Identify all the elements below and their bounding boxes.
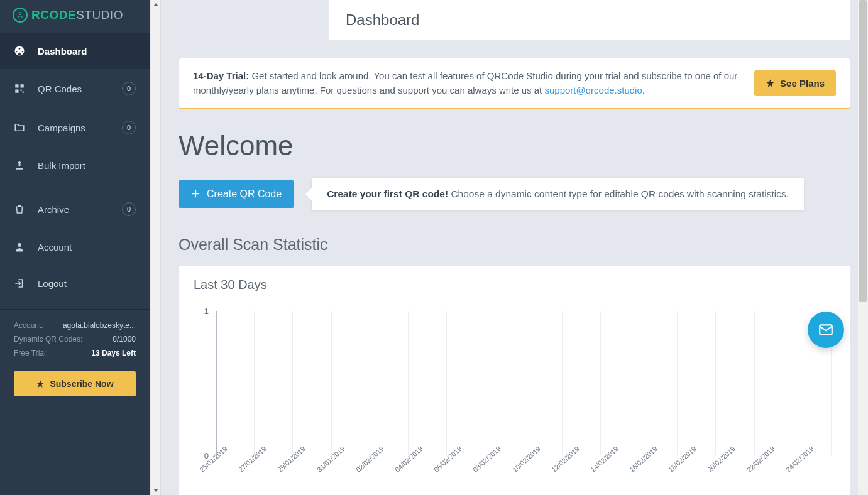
- trash-icon: [14, 204, 25, 215]
- create-qr-button[interactable]: Create QR Code: [179, 180, 294, 208]
- sidebar-footer: Account:agota.bialobzeskyte... Dynamic Q…: [0, 309, 150, 360]
- plus-icon: [191, 189, 201, 199]
- count-badge: 0: [122, 202, 136, 216]
- sidebar-item-label: Bulk Import: [38, 160, 85, 171]
- dynqr-label: Dynamic QR Codes:: [14, 335, 82, 344]
- logo[interactable]: RCODESTUDIO: [0, 0, 150, 33]
- sidebar-item-label: QR Codes: [38, 84, 82, 94]
- dynqr-value: 0/1000: [113, 335, 136, 344]
- sidebar-item-label: Archive: [38, 204, 69, 215]
- user-icon: [14, 241, 25, 253]
- scroll-up-icon[interactable]: [151, 0, 160, 10]
- content-scrollbar[interactable]: [151, 0, 161, 495]
- sidebar-item-bulkimport[interactable]: Bulk Import: [0, 147, 150, 183]
- trial-banner-text: 14-Day Trial: Get started and look aroun…: [193, 68, 742, 98]
- qr-icon: [14, 83, 25, 94]
- svg-rect-4: [21, 90, 22, 91]
- trial-label: Free Trial:: [14, 349, 48, 357]
- see-plans-button[interactable]: See Plans: [754, 70, 836, 96]
- folder-icon: [14, 122, 25, 133]
- scrollbar-thumb[interactable]: [859, 0, 867, 302]
- support-fab[interactable]: [808, 312, 844, 348]
- trial-banner: 14-Day Trial: Get started and look aroun…: [179, 58, 850, 109]
- ytick: 1: [204, 306, 209, 315]
- support-email-link[interactable]: support@qrcode.studio: [544, 85, 642, 95]
- svg-rect-3: [15, 90, 18, 93]
- tip-bold: Create your first QR code!: [327, 188, 448, 199]
- welcome-heading: Welcome: [179, 130, 850, 161]
- upload-icon: [14, 160, 25, 171]
- sidebar-item-campaigns[interactable]: Campaigns 0: [0, 108, 150, 147]
- chart-title: Last 30 Days: [194, 278, 835, 292]
- sidebar: RCODESTUDIO Dashboard QR Codes 0 Campaig…: [0, 0, 150, 495]
- account-value: agota.bialobzeskyte...: [63, 321, 136, 330]
- logo-icon: [13, 8, 28, 23]
- sidebar-nav: Dashboard QR Codes 0 Campaigns 0 Bulk Im…: [0, 33, 150, 302]
- star-icon: [766, 79, 775, 88]
- account-label: Account:: [14, 321, 43, 330]
- dashboard-icon: [14, 45, 25, 57]
- scroll-down-icon[interactable]: [151, 485, 160, 495]
- subscribe-label: Subscribe Now: [50, 379, 113, 389]
- window-scrollbar[interactable]: [858, 0, 868, 495]
- sidebar-item-qrcodes[interactable]: QR Codes 0: [0, 69, 150, 108]
- chart-plot-area: [216, 311, 832, 455]
- sidebar-item-account[interactable]: Account: [0, 229, 150, 265]
- svg-rect-5: [23, 92, 24, 93]
- sidebar-item-label: Dashboard: [38, 46, 87, 57]
- svg-rect-2: [21, 84, 24, 87]
- create-tip-callout: Create your first QR code! Choose a dyna…: [312, 178, 804, 210]
- mail-icon: [818, 322, 834, 338]
- logo-text: RCODESTUDIO: [31, 8, 123, 22]
- chart-card: Last 30 Days 1 0 25/01/201927/01/201929/…: [179, 266, 850, 496]
- create-row: Create QR Code Create your first QR code…: [179, 178, 850, 210]
- sidebar-item-label: Account: [38, 242, 72, 253]
- logout-icon: [14, 278, 25, 289]
- svg-rect-1: [15, 84, 18, 87]
- chart-x-axis: 25/01/201927/01/201929/01/201931/01/2019…: [210, 454, 835, 486]
- trial-value: 13 Days Left: [91, 349, 136, 357]
- create-qr-label: Create QR Code: [207, 188, 282, 200]
- see-plans-label: See Plans: [780, 78, 825, 89]
- count-badge: 0: [122, 82, 136, 95]
- sidebar-item-logout[interactable]: Logout: [0, 265, 150, 302]
- sidebar-item-label: Logout: [38, 278, 67, 289]
- svg-point-6: [18, 243, 21, 247]
- trial-banner-bold: 14-Day Trial:: [193, 70, 249, 81]
- svg-point-0: [19, 13, 21, 15]
- chart-y-axis: 1 0: [194, 311, 211, 455]
- star-icon: [36, 379, 45, 388]
- stats-heading: Overall Scan Statistic: [179, 236, 850, 254]
- subscribe-button[interactable]: Subscribe Now: [14, 371, 136, 396]
- trial-banner-body: Get started and look around. You can tes…: [193, 70, 737, 95]
- sidebar-item-archive[interactable]: Archive 0: [0, 190, 150, 229]
- chart-body: 1 0 25/01/201927/01/201929/01/201931/01/…: [194, 311, 835, 474]
- sidebar-item-dashboard[interactable]: Dashboard: [0, 33, 150, 69]
- main-content: Dashboard 14-Day Trial: Get started and …: [161, 0, 868, 495]
- tip-text: Choose a dynamic content type for editab…: [448, 188, 789, 199]
- count-badge: 0: [122, 121, 136, 134]
- sidebar-item-label: Campaigns: [38, 122, 85, 133]
